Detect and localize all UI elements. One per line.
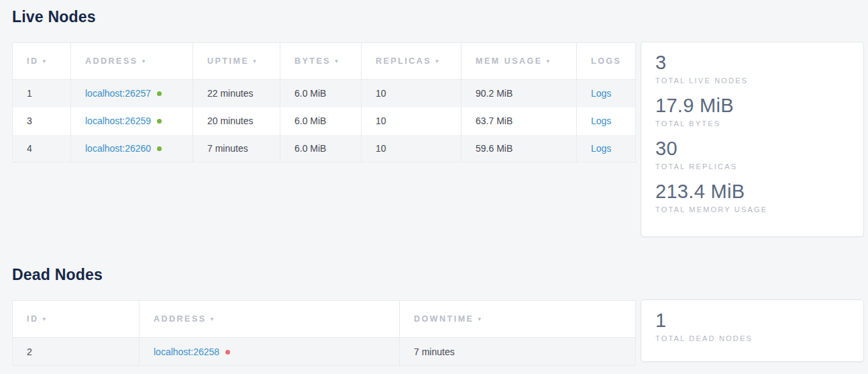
node-replicas-cell: 10 <box>362 80 462 107</box>
sort-arrow-icon: ▾ <box>335 58 338 64</box>
stat-value: 3 <box>655 51 849 74</box>
node-id-cell: 4 <box>13 135 71 162</box>
stat-total-replicas: 30 TOTAL REPLICAS <box>655 137 849 171</box>
node-address-link[interactable]: localhost:26257 <box>85 88 151 99</box>
live-nodes-title: Live Nodes <box>12 8 96 26</box>
cluster-nodes-page: Live Nodes ID▾ ADDRESS▾ UPTIME▾ BYTES▾ R… <box>0 0 868 374</box>
dead-nodes-summary-card: 1 TOTAL DEAD NODES <box>641 299 864 362</box>
node-bytes-cell: 6.0 MiB <box>280 107 362 135</box>
column-label: ID <box>27 56 39 66</box>
stat-label: TOTAL REPLICAS <box>655 162 849 171</box>
stat-total-dead-nodes: 1 TOTAL DEAD NODES <box>655 309 849 343</box>
table-row: 3 localhost:26259 20 minutes 6.0 MiB 10 … <box>13 107 636 135</box>
stat-total-live-nodes: 3 TOTAL LIVE NODES <box>655 51 849 85</box>
column-header-id[interactable]: ID▾ <box>13 301 140 338</box>
sort-arrow-icon: ▾ <box>43 316 46 322</box>
stat-label: TOTAL DEAD NODES <box>655 334 849 343</box>
node-address-link[interactable]: localhost:26259 <box>85 115 151 126</box>
node-logs-link[interactable]: Logs <box>591 88 611 99</box>
node-uptime-cell: 20 minutes <box>193 107 280 135</box>
dead-nodes-table: ID▾ ADDRESS▾ DOWNTIME▾ 2 localhost:26258… <box>12 300 636 366</box>
stat-label: TOTAL MEMORY USAGE <box>655 205 849 214</box>
dead-nodes-title: Dead Nodes <box>12 266 103 284</box>
node-downtime-cell: 7 minutes <box>400 338 636 366</box>
column-header-address[interactable]: ADDRESS▾ <box>71 43 193 80</box>
column-header-uptime[interactable]: UPTIME▾ <box>193 43 280 80</box>
node-logs-cell: Logs <box>577 80 636 107</box>
stat-total-memory-usage: 213.4 MiB TOTAL MEMORY USAGE <box>655 180 849 214</box>
stat-label: TOTAL LIVE NODES <box>655 76 849 85</box>
node-logs-cell: Logs <box>577 107 636 135</box>
column-header-logs: LOGS <box>577 43 636 80</box>
stat-label: TOTAL BYTES <box>655 119 849 128</box>
column-label: ADDRESS <box>154 314 207 324</box>
node-live-status-icon <box>157 119 162 124</box>
node-logs-link[interactable]: Logs <box>591 115 611 126</box>
column-header-address[interactable]: ADDRESS▾ <box>140 301 400 338</box>
node-live-status-icon <box>157 146 162 151</box>
column-label: UPTIME <box>207 56 249 66</box>
column-label: REPLICAS <box>376 56 431 66</box>
node-dead-status-icon <box>225 350 230 355</box>
node-replicas-cell: 10 <box>362 135 462 162</box>
column-label: BYTES <box>294 56 331 66</box>
node-mem-usage-cell: 63.7 MiB <box>462 107 577 135</box>
node-mem-usage-cell: 59.6 MiB <box>462 135 577 162</box>
column-header-id[interactable]: ID▾ <box>13 43 71 80</box>
column-header-downtime[interactable]: DOWNTIME▾ <box>400 301 636 338</box>
column-label: ADDRESS <box>85 56 138 66</box>
node-logs-link[interactable]: Logs <box>591 143 611 154</box>
node-address-cell: localhost:26260 <box>71 135 193 162</box>
sort-arrow-icon: ▾ <box>547 58 550 64</box>
node-uptime-cell: 7 minutes <box>193 135 280 162</box>
node-id-cell: 1 <box>13 80 71 107</box>
column-header-replicas[interactable]: REPLICAS▾ <box>362 43 462 80</box>
sort-arrow-icon: ▾ <box>142 58 146 64</box>
node-mem-usage-cell: 90.2 MiB <box>462 80 577 107</box>
stat-value: 1 <box>655 309 849 332</box>
dead-table-header-row: ID▾ ADDRESS▾ DOWNTIME▾ <box>13 301 636 338</box>
live-nodes-table: ID▾ ADDRESS▾ UPTIME▾ BYTES▾ REPLICAS▾ ME… <box>12 42 636 162</box>
stat-value: 30 <box>655 137 849 160</box>
node-bytes-cell: 6.0 MiB <box>280 135 362 162</box>
table-row: 1 localhost:26257 22 minutes 6.0 MiB 10 … <box>13 80 636 107</box>
live-nodes-summary-card: 3 TOTAL LIVE NODES 17.9 MiB TOTAL BYTES … <box>641 42 864 237</box>
column-header-mem-usage[interactable]: MEM USAGE▾ <box>462 43 577 80</box>
table-row: 4 localhost:26260 7 minutes 6.0 MiB 10 5… <box>13 135 636 162</box>
sort-arrow-icon: ▾ <box>478 316 481 322</box>
stat-value: 213.4 MiB <box>655 180 849 203</box>
node-bytes-cell: 6.0 MiB <box>280 80 362 107</box>
stat-total-bytes: 17.9 MiB TOTAL BYTES <box>655 94 849 128</box>
table-row: 2 localhost:26258 7 minutes <box>13 338 636 366</box>
sort-arrow-icon: ▾ <box>211 316 214 322</box>
node-address-cell: localhost:26259 <box>71 107 193 135</box>
node-address-cell: localhost:26257 <box>71 80 193 107</box>
node-id-cell: 3 <box>13 107 71 135</box>
sort-arrow-icon: ▾ <box>253 58 256 64</box>
stat-value: 17.9 MiB <box>655 94 849 117</box>
node-uptime-cell: 22 minutes <box>193 80 280 107</box>
node-live-status-icon <box>157 91 162 96</box>
column-label: DOWNTIME <box>414 314 474 324</box>
node-id-cell: 2 <box>13 338 140 366</box>
column-label: LOGS <box>591 56 621 66</box>
sort-arrow-icon: ▾ <box>43 58 46 64</box>
column-label: ID <box>27 314 39 324</box>
sort-arrow-icon: ▾ <box>435 58 439 64</box>
node-address-cell: localhost:26258 <box>140 338 400 366</box>
column-header-bytes[interactable]: BYTES▾ <box>280 43 362 80</box>
node-replicas-cell: 10 <box>362 107 462 135</box>
node-address-link[interactable]: localhost:26258 <box>154 346 219 357</box>
node-address-link[interactable]: localhost:26260 <box>85 143 151 154</box>
node-logs-cell: Logs <box>577 135 636 162</box>
live-table-header-row: ID▾ ADDRESS▾ UPTIME▾ BYTES▾ REPLICAS▾ ME… <box>13 43 636 80</box>
column-label: MEM USAGE <box>476 56 543 66</box>
